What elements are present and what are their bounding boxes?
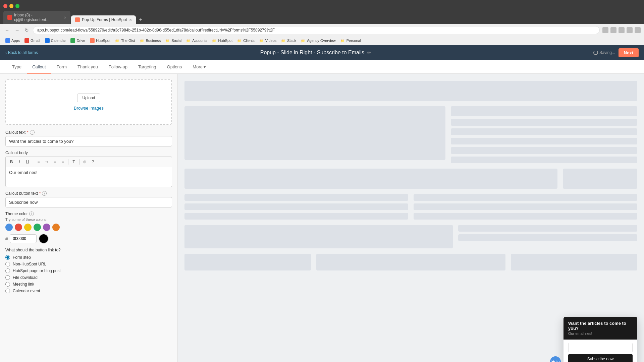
bookmark-agency[interactable]: 📁 Agency Overview (299, 38, 338, 43)
radio-hubspot-page-input[interactable] (5, 268, 10, 273)
bookmark-hubspot2[interactable]: 📁 HubSpot (210, 38, 234, 43)
close-traffic-light[interactable] (3, 4, 7, 8)
bold-button[interactable]: B (8, 158, 15, 166)
indent-button[interactable]: ⇥ (43, 158, 50, 166)
preview-block-r3 (451, 128, 637, 135)
link-button[interactable]: ⊕ (81, 158, 89, 166)
bookmark-hubspot[interactable]: HubSpot (88, 38, 112, 44)
bookmark-clients[interactable]: 📁 Clients (235, 38, 257, 43)
list-button[interactable]: ≡ (35, 158, 42, 166)
format-button[interactable]: ≡ (59, 158, 66, 166)
header-actions: Saving... Next (593, 48, 639, 57)
bookmark-slack[interactable]: 📁 Slack (279, 38, 298, 43)
color-hex-input[interactable] (10, 234, 37, 243)
upload-button[interactable]: Upload (77, 94, 100, 102)
bookmark-gist[interactable]: 📁 The Gist (113, 38, 137, 43)
color-swatch-yellow[interactable] (24, 224, 32, 231)
extension-icon-4[interactable] (627, 27, 633, 33)
theme-color-info-icon[interactable]: i (29, 212, 34, 216)
bookmark-calendar[interactable]: Calendar (43, 38, 68, 44)
traffic-lights (3, 3, 641, 11)
bookmark-videos[interactable]: 📁 Videos (257, 38, 278, 43)
gmail-tab[interactable]: Inbox (8) - cj@thegistcontent... ✕ (3, 11, 70, 24)
radio-form-step[interactable]: Form step (5, 255, 172, 260)
browse-images-link[interactable]: Browse images (74, 106, 104, 111)
bookmark-hubspot2-label: HubSpot (218, 39, 232, 43)
popup-subscribe-button[interactable]: Subscribe now (568, 354, 633, 362)
radio-non-hubspot-url[interactable]: Non-HubSpot URL (5, 262, 172, 266)
tab-options[interactable]: Options (162, 60, 187, 74)
radio-non-hubspot-url-input[interactable] (5, 262, 10, 266)
minimize-traffic-light[interactable] (9, 4, 13, 8)
back-link[interactable]: ‹ Back to all forms (5, 50, 38, 55)
radio-file-download[interactable]: File download (5, 275, 172, 280)
help-editor-button[interactable]: ? (89, 158, 97, 166)
callout-text-input[interactable] (5, 136, 172, 146)
callout-button-info-icon[interactable]: i (42, 191, 47, 196)
bookmark-apps[interactable]: Apps (3, 38, 22, 44)
popup-email-input[interactable] (568, 343, 633, 352)
bookmark-drive[interactable]: Drive (68, 38, 87, 44)
callout-text-info-icon[interactable]: i (30, 130, 35, 135)
extension-icon-1[interactable] (602, 27, 608, 33)
color-swatch-orange[interactable] (52, 224, 60, 231)
radio-file-download-input[interactable] (5, 275, 10, 280)
underline-button[interactable]: U (24, 158, 31, 166)
tab-more[interactable]: More ▾ (187, 60, 211, 74)
url-bar[interactable]: app.hubspot.com/lead-flows/5589279/edit/… (33, 26, 600, 34)
new-tab-button[interactable]: + (137, 15, 145, 24)
tab-targeting[interactable]: Targeting (133, 60, 161, 74)
align-button[interactable]: ≡ (51, 158, 58, 166)
popup-header: Want the articles to come to you? Our em… (564, 317, 637, 340)
bookmark-social[interactable]: 📁 Social (163, 38, 183, 43)
radio-calendar-event[interactable]: Calendar event (5, 289, 172, 293)
back-nav-button[interactable]: ← (3, 27, 11, 34)
bookmark-accounts-label: Accounts (192, 39, 207, 43)
extension-icon-2[interactable] (610, 27, 616, 33)
color-swatch-purple[interactable] (43, 224, 50, 231)
edit-title-icon[interactable]: ✏ (367, 50, 371, 55)
browser-tabs: Inbox (8) - cj@thegistcontent... ✕ Pop-U… (3, 11, 641, 24)
tab-more-label: More (193, 64, 203, 69)
italic-button[interactable]: I (16, 158, 23, 166)
image-upload-area[interactable]: Upload Browse images (5, 79, 172, 125)
bookmark-gmail[interactable]: Gmail (22, 38, 42, 44)
tab-followup[interactable]: Follow-up (103, 60, 133, 74)
forward-nav-button[interactable]: → (13, 27, 21, 34)
tab-type[interactable]: Type (7, 60, 27, 74)
bookmark-personal-label: Personal (346, 39, 361, 43)
bookmark-personal[interactable]: 📁 Personal (338, 38, 363, 43)
color-swatch-red[interactable] (15, 224, 22, 231)
callout-button-field-group: Callout button text * i (5, 191, 172, 212)
preview-thumb-3 (511, 254, 637, 270)
next-button[interactable]: Next (619, 48, 639, 57)
radio-calendar-event-input[interactable] (5, 289, 10, 293)
callout-button-text-input[interactable] (5, 197, 172, 207)
bookmark-accounts[interactable]: 📁 Accounts (184, 38, 209, 43)
radio-meeting-link[interactable]: Meeting link (5, 282, 172, 287)
extension-icon-5[interactable] (635, 27, 641, 33)
apps-icon (5, 38, 10, 43)
radio-non-hubspot-url-label: Non-HubSpot URL (13, 262, 46, 266)
color-swatch-green[interactable] (34, 224, 41, 231)
text-size-button[interactable]: T (70, 158, 77, 166)
gmail-tab-close[interactable]: ✕ (64, 16, 66, 19)
radio-meeting-link-input[interactable] (5, 282, 10, 287)
tab-form[interactable]: Form (51, 60, 72, 74)
help-button[interactable]: Help (550, 356, 561, 362)
color-swatch-blue[interactable] (5, 224, 13, 231)
hubspot-tab-close[interactable]: ✕ (129, 18, 132, 22)
hubspot2-folder-icon: 📁 (212, 39, 216, 43)
radio-form-step-input[interactable] (5, 255, 10, 260)
tab-thankyou[interactable]: Thank you (72, 60, 103, 74)
bookmark-business[interactable]: 📁 Business (138, 38, 163, 43)
color-picker-swatch[interactable] (39, 234, 49, 244)
bookmark-gist-label: The Gist (121, 39, 135, 43)
hubspot-tab[interactable]: Pop-Up Forms | HubSpot ✕ (71, 15, 136, 24)
radio-hubspot-page[interactable]: HubSpot page or blog post (5, 268, 172, 273)
maximize-traffic-light[interactable] (15, 4, 19, 8)
extension-icon-3[interactable] (619, 27, 625, 33)
reload-button[interactable]: ↻ (23, 27, 30, 34)
tab-callout[interactable]: Callout (27, 60, 51, 74)
callout-body-editor[interactable]: Our email nes! (5, 167, 172, 187)
